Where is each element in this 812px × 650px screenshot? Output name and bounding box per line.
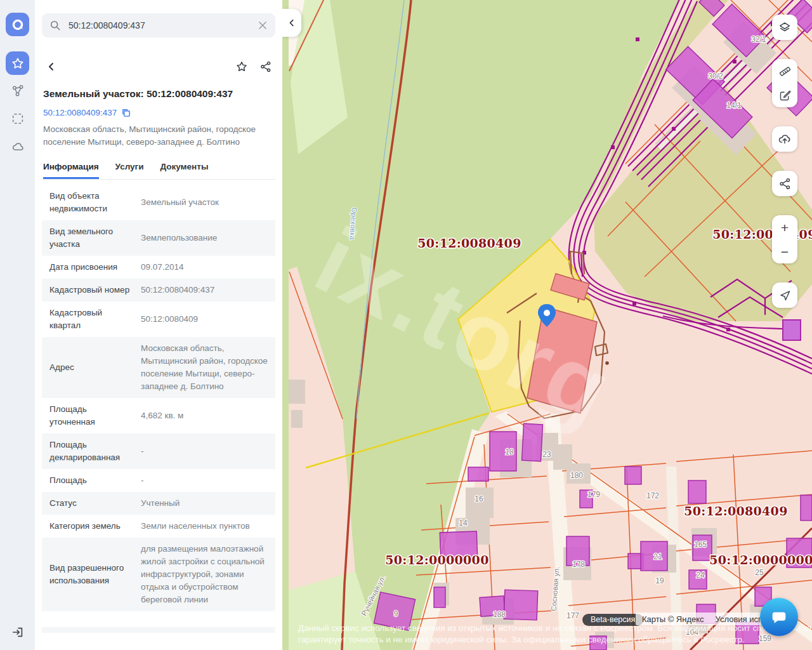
cadastral-quarter-label: 50:12:0000000 bbox=[709, 553, 812, 567]
house-number: 178 bbox=[572, 560, 585, 569]
sidebar-item-favorites[interactable] bbox=[6, 51, 29, 75]
chat-button[interactable] bbox=[760, 598, 798, 636]
panel-tabs: Информация Услуги Документы bbox=[42, 158, 275, 180]
info-row-value: 4,682 кв. м bbox=[141, 409, 268, 422]
chevron-left-icon bbox=[46, 62, 56, 72]
house-number: 14 bbox=[459, 519, 468, 527]
info-row-value: 50:12:0080409:437 bbox=[141, 284, 268, 296]
cadastral-quarter-label: 50:12:0000000 bbox=[385, 553, 488, 567]
cadastral-quarter-label: 50:12:0080409 bbox=[417, 236, 521, 250]
chat-bubble-icon bbox=[769, 607, 789, 627]
house-number: 16 bbox=[475, 494, 483, 503]
navigation-arrow-icon bbox=[778, 289, 792, 302]
info-row-label: Дата присвоения bbox=[49, 261, 132, 274]
exit-icon bbox=[11, 625, 25, 639]
house-number: 24 bbox=[696, 571, 705, 580]
info-row: Площадь уточненная4,682 кв. м bbox=[42, 398, 275, 434]
map-area: ix.torg50:12:008040950:12:008040950:12:0… bbox=[282, 0, 812, 650]
house-number: 165 bbox=[694, 540, 707, 549]
info-row-label: Категория земель bbox=[49, 520, 132, 533]
star-icon bbox=[235, 60, 248, 73]
info-row-label: Площадь уточненная bbox=[49, 403, 132, 428]
locate-me-button[interactable] bbox=[772, 282, 797, 308]
layers-button[interactable] bbox=[772, 15, 797, 40]
clear-search-icon[interactable] bbox=[258, 20, 268, 30]
info-row-value: 50:12:0080409 bbox=[141, 313, 268, 326]
house-number: 179 bbox=[587, 490, 600, 499]
search-icon bbox=[49, 20, 61, 31]
info-row: Площадь- bbox=[42, 469, 275, 492]
app-logo[interactable] bbox=[6, 13, 29, 36]
info-row-label: Площадь декларированная bbox=[49, 439, 132, 464]
house-number: 177 bbox=[566, 611, 579, 620]
edit-button[interactable] bbox=[772, 83, 797, 107]
house-number: 19 bbox=[655, 576, 664, 585]
info-row: Категория земельЗемли населенных пунктов bbox=[42, 515, 275, 538]
map-disclaimer: Данный сервис использует сведения из отк… bbox=[298, 623, 812, 646]
layers-icon bbox=[778, 20, 792, 34]
house-number: 180 bbox=[570, 471, 583, 480]
info-row-label: Кадастровый квартал bbox=[49, 307, 132, 332]
info-row: Дата присвоения09.07.2014 bbox=[42, 256, 275, 279]
house-number: 21 bbox=[653, 552, 662, 561]
info-row-value: Землепользование bbox=[141, 232, 268, 244]
yandex-maps-link[interactable]: Карты © Яндекс bbox=[642, 614, 704, 624]
tab-services[interactable]: Услуги bbox=[115, 158, 144, 179]
zoom-in-button[interactable]: + bbox=[772, 215, 797, 239]
map-attribution: Карты © Яндекс Условия использования bbox=[636, 613, 775, 625]
info-row: Вид разрешенного использованиядля размещ… bbox=[42, 538, 275, 611]
app-window: Земельный участок: 50:12:0080409:437 50:… bbox=[0, 0, 812, 650]
edit-icon bbox=[778, 89, 792, 102]
measure-edit-group bbox=[772, 59, 797, 107]
graph-nodes-icon bbox=[11, 84, 25, 98]
cadastral-number-link[interactable]: 50:12:0080409:437 bbox=[43, 108, 117, 117]
app-logo-icon bbox=[11, 18, 25, 32]
info-row-value: Учтенный bbox=[141, 497, 268, 510]
info-row: Вид земельного участкаЗемлепользование bbox=[42, 220, 275, 256]
info-row-label: Площадь bbox=[49, 474, 132, 487]
search-input[interactable] bbox=[67, 20, 251, 31]
house-number: 172 bbox=[646, 491, 659, 500]
tab-information[interactable]: Информация bbox=[43, 158, 99, 179]
house-number: 188 bbox=[493, 610, 506, 619]
map-canvas[interactable]: ix.torg50:12:008040950:12:008040950:12:0… bbox=[282, 0, 812, 650]
info-row: Вид объекта недвижимостиЗемельный участо… bbox=[42, 185, 275, 220]
info-table: Вид объекта недвижимостиЗемельный участо… bbox=[42, 185, 275, 611]
sidebar-item-exit[interactable] bbox=[11, 625, 25, 642]
house-number: 18 bbox=[505, 448, 514, 456]
ruler-icon bbox=[778, 65, 792, 78]
beta-badge: Beta-версия bbox=[582, 614, 643, 626]
share-icon bbox=[778, 177, 792, 190]
info-row-value: для размещения малоэтажной жилой застрой… bbox=[141, 543, 268, 606]
ruler-button[interactable] bbox=[772, 59, 797, 83]
collapse-panel-button[interactable] bbox=[282, 9, 301, 37]
left-rail bbox=[0, 0, 35, 650]
cloud-icon bbox=[11, 140, 25, 154]
share-button[interactable] bbox=[256, 57, 275, 76]
tab-documents[interactable]: Документы bbox=[160, 158, 209, 179]
info-row-value: 09.07.2014 bbox=[141, 261, 268, 274]
zoom-control: + − bbox=[772, 215, 797, 263]
house-number: 23 bbox=[542, 450, 551, 459]
object-address: Московская область, Мытищинский район, г… bbox=[42, 123, 275, 149]
sidebar-item-objects[interactable] bbox=[10, 83, 25, 98]
copy-icon[interactable] bbox=[121, 108, 131, 117]
back-button[interactable] bbox=[42, 57, 61, 76]
upload-button[interactable] bbox=[772, 126, 797, 152]
info-row-value: Московская область, Мытищинский район, г… bbox=[141, 342, 268, 393]
house-number: 32/1 bbox=[751, 35, 766, 44]
next-row-stub bbox=[42, 627, 275, 633]
favorite-button[interactable] bbox=[232, 57, 251, 76]
page-title: Земельный участок: 50:12:0080409:437 bbox=[42, 88, 275, 100]
info-row: АдресМосковская область, Мытищинский рай… bbox=[42, 337, 275, 398]
sidebar-item-cloud[interactable] bbox=[10, 139, 25, 154]
info-row: Кадастровый номер50:12:0080409:437 bbox=[42, 279, 275, 302]
info-row-value: - bbox=[141, 445, 268, 458]
share-map-button[interactable] bbox=[772, 171, 797, 196]
house-number: 9 bbox=[394, 609, 398, 618]
zoom-out-button[interactable]: − bbox=[772, 239, 797, 263]
info-row-label: Статус bbox=[49, 497, 132, 510]
cloud-upload-icon bbox=[778, 132, 792, 146]
info-row-label: Вид разрешенного использования bbox=[49, 562, 132, 587]
sidebar-item-area-select[interactable] bbox=[10, 111, 25, 126]
